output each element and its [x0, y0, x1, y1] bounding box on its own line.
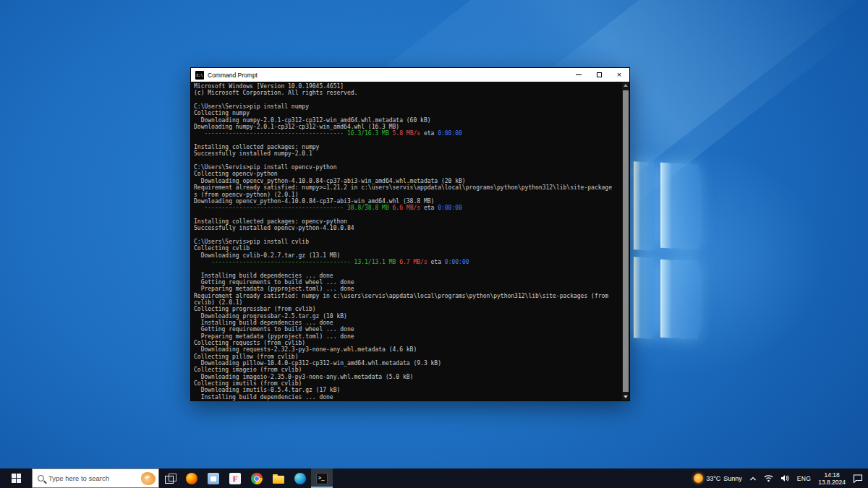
console-line: Downloading imutils-0.5.4.tar.gz (17 kB) [194, 387, 621, 393]
console-line: Installing build dependencies ... done [194, 394, 621, 401]
logo-pane [634, 257, 655, 339]
system-tray: 33°C Sunny [690, 468, 868, 488]
taskbar-button-edge[interactable] [289, 468, 311, 488]
minimize-icon [576, 74, 582, 75]
search-highlights-icon[interactable] [141, 472, 156, 485]
console-line: Collecting pillow (from cvlib) [194, 354, 621, 360]
clock[interactable]: 14:18 13.8.2024 [814, 468, 849, 488]
console-line: Preparing metadata (pyproject.toml) ... … [194, 333, 621, 340]
console-line: Requirement already satisfied: numpy>=1.… [194, 184, 621, 191]
close-icon: × [617, 71, 621, 79]
facebook-icon [229, 473, 241, 484]
taskbar-search-box[interactable] [32, 468, 159, 488]
console-line: C:\Users\Servis>pip install cvlib [194, 239, 621, 245]
console-line: Downloading requests-2.32.3-py3-none-any… [194, 346, 621, 353]
console-line: Installing build dependencies ... done [194, 273, 621, 279]
taskbar-button-chrome[interactable] [246, 468, 268, 488]
search-input[interactable] [48, 474, 141, 482]
console-line: s (from opencv-python) (2.0.1) [194, 192, 621, 198]
firefox-icon [186, 473, 197, 484]
console-line: Microsoft Windows [Version 10.0.19045.46… [194, 83, 621, 90]
console-line: Downloading cvlib-0.2.7.tar.gz (13.1 MB) [194, 252, 621, 259]
taskbar-button-microsoft-store[interactable] [203, 468, 224, 488]
console-line: Collecting requests (from cvlib) [194, 340, 621, 346]
show-hidden-icons-button[interactable] [746, 468, 760, 488]
console-line: Downloading pillow-10.4.0-cp312-cp312-wi… [194, 360, 621, 367]
console-line: Downloading opencv_python-4.10.0.84-cp37… [194, 198, 621, 205]
console-line [194, 212, 621, 218]
windows-start-icon [12, 474, 21, 483]
console-line: Getting requirements to build wheel ... … [194, 279, 621, 286]
logo-pane [660, 260, 698, 340]
chevron-up-icon [749, 476, 757, 481]
chrome-icon [251, 473, 263, 484]
windows-logo-wallpaper [634, 162, 700, 341]
taskbar-apps [159, 468, 333, 488]
file-explorer-icon [273, 474, 284, 485]
console-line [194, 158, 621, 164]
speaker-icon [780, 474, 790, 482]
console-line: ----------------------------------------… [194, 259, 621, 265]
weather-widget[interactable]: 33°C Sunny [690, 468, 746, 488]
console-line [194, 265, 621, 272]
scroll-up-arrow-icon[interactable] [622, 82, 629, 89]
console-line: Downloading opencv_python-4.10.0.84-cp37… [194, 178, 621, 184]
console-line: Collecting numpy [194, 110, 621, 116]
desktop: Command Prompt × Microsoft Windows [Vers… [0, 0, 868, 488]
console-line: Installing collected packages: numpy [194, 144, 621, 150]
console-line: ----------------------------------------… [194, 205, 621, 211]
maximize-icon [597, 72, 602, 77]
command-prompt-icon [316, 473, 328, 484]
clock-time: 14:18 [824, 471, 839, 479]
wifi-icon [764, 474, 773, 482]
clock-date: 13.8.2024 [818, 479, 846, 486]
console-output: Microsoft Windows [Version 10.0.19045.46… [194, 83, 621, 401]
scroll-down-arrow-icon[interactable] [622, 393, 629, 401]
console-line: ----------------------------------------… [194, 130, 621, 137]
command-prompt-icon [195, 71, 204, 80]
console-area[interactable]: Microsoft Windows [Version 10.0.19045.46… [191, 82, 629, 401]
console-line: (c) Microsoft Corporation. All rights re… [194, 90, 621, 96]
taskbar-button-task-view[interactable] [159, 468, 181, 488]
language-indicator[interactable]: ENG [793, 468, 814, 488]
volume-button[interactable] [777, 468, 793, 488]
logo-pane [634, 161, 655, 251]
taskbar-button-facebook[interactable] [224, 468, 246, 488]
console-line: Successfully installed numpy-2.0.1 [194, 150, 621, 157]
taskbar-button-file-explorer[interactable] [268, 468, 289, 488]
scrollbar-thumb[interactable] [623, 90, 629, 392]
close-button[interactable]: × [609, 68, 629, 82]
console-line: Collecting opencv-python [194, 171, 621, 177]
console-line [194, 97, 621, 103]
console-line: Installing build dependencies ... done [194, 320, 621, 326]
console-scrollbar[interactable] [622, 82, 629, 401]
logo-pane [660, 163, 698, 250]
console-line: Downloading numpy-2.0.1-cp312-cp312-win_… [194, 117, 621, 124]
console-line: C:\Users\Servis>pip install opencv-pytho… [194, 164, 621, 171]
console-line: Installing collected packages: opencv-py… [194, 218, 621, 225]
maximize-button[interactable] [589, 68, 609, 82]
sun-icon [694, 474, 703, 483]
taskbar-spacer [333, 468, 690, 488]
network-button[interactable] [760, 468, 777, 488]
minimize-button[interactable] [569, 68, 589, 82]
search-icon [38, 475, 44, 481]
taskbar: 33°C Sunny [0, 468, 868, 488]
task-view-icon [164, 473, 176, 484]
title-bar[interactable]: Command Prompt × [191, 68, 629, 82]
command-prompt-window: Command Prompt × Microsoft Windows [Vers… [190, 67, 630, 401]
taskbar-button-firefox[interactable] [181, 468, 203, 488]
console-line: Collecting imageio (from cvlib) [194, 367, 621, 373]
language-label: ENG [797, 475, 811, 482]
microsoft-store-icon [208, 473, 219, 484]
console-line: Requirement already satisfied: numpy in … [194, 293, 621, 299]
console-line [194, 137, 621, 144]
start-button[interactable] [0, 468, 32, 488]
console-line: Downloading numpy-2.0.1-cp312-cp312-win_… [194, 124, 621, 130]
edge-icon [294, 473, 306, 484]
console-line [194, 232, 621, 239]
notification-icon [853, 474, 863, 483]
action-center-button[interactable] [849, 468, 867, 488]
taskbar-button-command-prompt[interactable] [311, 468, 333, 488]
weather-condition: Sunny [723, 475, 742, 482]
